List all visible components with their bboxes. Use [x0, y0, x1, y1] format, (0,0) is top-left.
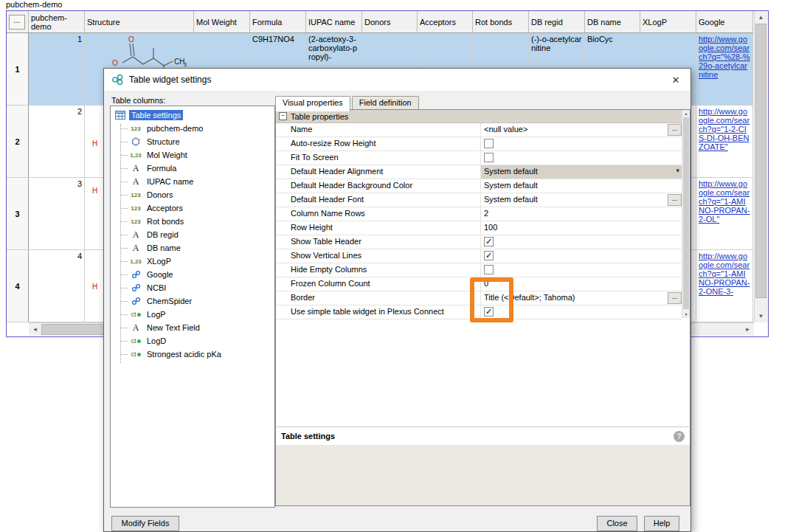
column-header-google[interactable]: Google: [696, 11, 753, 33]
tree-item-chemspider[interactable]: ChemSpider: [111, 294, 274, 308]
google-link[interactable]: http://www.google.com/search?q="%28-%29o…: [699, 35, 750, 79]
cell-pubchem-demo[interactable]: 2: [29, 106, 85, 178]
help-button[interactable]: Help: [644, 516, 679, 531]
text-field-icon: A: [129, 229, 142, 241]
name-value[interactable]: <null value> ...: [481, 123, 682, 137]
fit-to-screen-checkbox[interactable]: [484, 153, 494, 162]
row-number[interactable]: 4: [7, 250, 29, 322]
integer-field-icon: 123: [129, 125, 142, 132]
tree-item-ncbi[interactable]: NCBI: [111, 281, 274, 294]
row-number[interactable]: 3: [7, 178, 29, 250]
property-row-hide-empty-columns: Hide Empty Columns: [276, 263, 682, 277]
tree-item-db-name[interactable]: A DB name: [111, 241, 274, 255]
google-link[interactable]: http://www.google.com/search?q="1-AMINO-…: [699, 252, 750, 296]
scroll-right-icon[interactable]: ►: [741, 323, 754, 336]
tree-item-mol-weight[interactable]: 1,23 Mol Weight: [111, 148, 274, 162]
tree-item-label: New Text Field: [145, 322, 202, 333]
show-vertical-lines-checkbox[interactable]: ✓: [484, 251, 494, 260]
ellipsis-button[interactable]: ...: [668, 194, 682, 206]
tree-item-donors[interactable]: 123 Donors: [111, 188, 274, 201]
text-field-icon: A: [129, 243, 142, 254]
column-header-structure[interactable]: Structure: [85, 11, 194, 33]
tree-item-label: Rot bonds: [145, 216, 186, 227]
tree-item-new-text-field[interactable]: A New Text Field: [111, 321, 274, 334]
tree-item-pubchem-demo[interactable]: 123 pubchem-demo: [111, 122, 274, 135]
cell-pubchem-demo[interactable]: 1: [29, 33, 85, 106]
google-link[interactable]: http://www.google.com/search?q="1-2-CIS-…: [699, 107, 750, 151]
column-header-pubchem-demo[interactable]: pubchem-demo: [29, 11, 85, 33]
decimal-field-icon: 1,23: [129, 152, 142, 159]
tree-item-logd[interactable]: ct LogD: [111, 334, 274, 348]
tab-visual-properties[interactable]: Visual properties: [275, 96, 350, 111]
ellipsis-button[interactable]: ...: [668, 292, 682, 304]
column-header-db-regid[interactable]: DB regid: [529, 11, 585, 33]
vertical-scrollbar[interactable]: ▲ ▼: [754, 11, 767, 322]
tree-item-label: Acceptors: [145, 203, 185, 213]
tree-item-label: Table settings: [129, 110, 183, 120]
tree-item-label: DB name: [145, 243, 183, 253]
property-row-default-header-background-color: Default Header Background Color System d…: [276, 179, 682, 193]
cell-google: http://www.google.com/search?q="%28-%29o…: [696, 33, 753, 106]
tree-item-acceptors[interactable]: 123 Acceptors: [111, 201, 274, 215]
row-height-value[interactable]: 100: [481, 221, 682, 235]
google-link[interactable]: http://www.google.com/search?q="1-AMINO-…: [699, 179, 750, 224]
scroll-down-icon[interactable]: ▼: [755, 310, 767, 322]
property-row-default-header-alignment: Default Header Alignment System default …: [276, 165, 682, 179]
tree-item-formula[interactable]: A Formula: [111, 162, 274, 175]
scroll-left-icon[interactable]: ◄: [29, 323, 41, 336]
help-icon[interactable]: ?: [674, 431, 685, 442]
tree-item-label: Mol Weight: [145, 150, 190, 160]
column-header-iupac-name[interactable]: IUPAC name: [306, 11, 362, 33]
app-logo-icon: [111, 74, 124, 86]
column-name-rows-value[interactable]: 2: [481, 207, 682, 221]
cell-google: http://www.google.com/search?q="1-AMINO-…: [696, 250, 753, 322]
column-header-mol-weight[interactable]: Mol Weight: [194, 11, 250, 33]
tree-item-rot-bonds[interactable]: 123 Rot bonds: [111, 215, 274, 228]
close-icon[interactable]: ✕: [668, 75, 683, 86]
tree-item-google[interactable]: Google: [111, 268, 274, 281]
row-number[interactable]: 1: [7, 33, 29, 106]
dialog-titlebar[interactable]: Table widget settings ✕: [104, 69, 690, 91]
tree-item-iupac-name[interactable]: A IUPAC name: [111, 175, 274, 188]
tree-item-label: Formula: [145, 163, 179, 173]
row-number[interactable]: 2: [7, 106, 29, 178]
collapse-icon[interactable]: −: [279, 112, 287, 120]
tab-field-definition[interactable]: Field definition: [352, 96, 419, 110]
tree-item-structure[interactable]: Structure: [111, 135, 274, 148]
close-button[interactable]: Close: [597, 516, 637, 531]
cell-pubchem-demo[interactable]: 3: [29, 178, 85, 250]
tree-item-db-regid[interactable]: A DB regid: [111, 228, 274, 241]
tree-item-logp[interactable]: ct LogP: [111, 308, 274, 321]
auto-resize-checkbox[interactable]: [484, 139, 494, 148]
grid-header-row: … pubchem-demo Structure Mol Weight Form…: [7, 11, 768, 33]
scroll-up-icon[interactable]: ▲: [755, 11, 767, 24]
column-config-button[interactable]: …: [9, 15, 25, 30]
panel-scrollbar[interactable]: ▴ ▾: [682, 110, 690, 318]
panel-scrollbar-thumb[interactable]: [683, 117, 689, 309]
vertical-scrollbar-thumb[interactable]: [755, 24, 766, 298]
column-header-xlogp[interactable]: XLogP: [640, 11, 696, 33]
column-header-db-name[interactable]: DB name: [585, 11, 640, 33]
ellipsis-button[interactable]: ...: [668, 124, 682, 136]
panel-scroll-up-icon[interactable]: ▴: [682, 110, 690, 117]
tree-item-label: LogP: [145, 309, 168, 319]
tree-item-strongest-acidic-pka[interactable]: ct Strongest acidic pKa: [111, 348, 274, 361]
panel-scroll-down-icon[interactable]: ▾: [682, 311, 690, 318]
header-bg-color-value[interactable]: System default: [481, 179, 682, 193]
dialog-title: Table widget settings: [129, 75, 211, 85]
header-alignment-dropdown[interactable]: System default ▾: [481, 165, 682, 179]
tree-item-xlogp[interactable]: 1,23 XLogP: [111, 255, 274, 268]
column-header-acceptors[interactable]: Acceptors: [418, 11, 473, 33]
atom-label: H: [92, 187, 97, 195]
tree-item-table-settings[interactable]: Table settings: [111, 108, 274, 122]
column-header-rot-bonds[interactable]: Rot bonds: [473, 11, 529, 33]
category-table-properties[interactable]: − Table properties: [276, 110, 690, 123]
header-font-value[interactable]: System default ...: [481, 193, 682, 207]
hide-empty-columns-checkbox[interactable]: [484, 265, 494, 274]
column-header-donors[interactable]: Donors: [362, 11, 418, 33]
column-header-formula[interactable]: Formula: [250, 11, 306, 33]
show-table-header-checkbox[interactable]: ✓: [484, 237, 494, 246]
cell-pubchem-demo[interactable]: 4: [29, 250, 85, 322]
tree-item-label: NCBI: [145, 283, 168, 293]
modify-fields-button[interactable]: Modify Fields: [111, 516, 179, 531]
